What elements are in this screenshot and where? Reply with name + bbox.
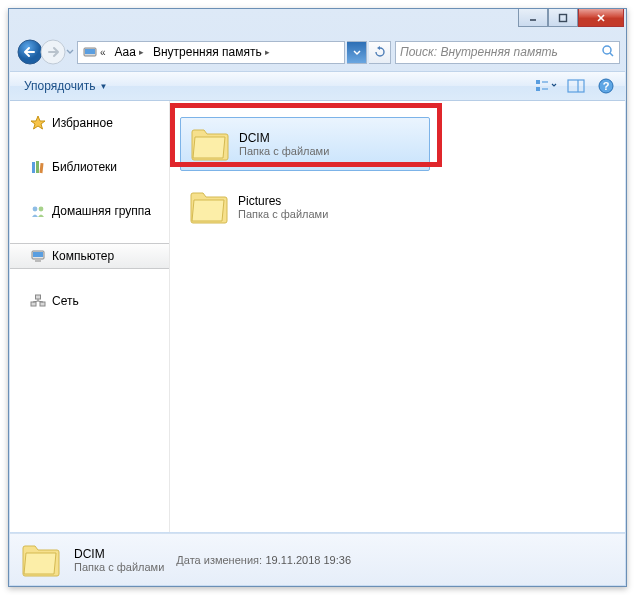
- svg-rect-7: [85, 49, 95, 54]
- folder-content[interactable]: DCIM Папка с файлами Pictures Папка с фа…: [170, 101, 625, 532]
- svg-rect-26: [31, 302, 36, 306]
- sidebar-item-favorites[interactable]: Избранное: [10, 111, 169, 135]
- sidebar-label: Библиотеки: [52, 160, 117, 174]
- maximize-button[interactable]: [548, 9, 578, 27]
- navigation-sidebar: Избранное Библиотеки Домашняя группа Ком…: [10, 101, 170, 532]
- folder-subtitle: Папка с файлами: [238, 208, 328, 220]
- computer-icon: [30, 248, 46, 264]
- sidebar-label: Избранное: [52, 116, 113, 130]
- svg-rect-11: [536, 87, 540, 91]
- breadcrumb-label: Внутренняя память: [153, 45, 262, 59]
- help-button[interactable]: ?: [595, 76, 617, 96]
- details-subtitle: Папка с файлами: [74, 561, 164, 573]
- preview-pane-button[interactable]: [565, 76, 587, 96]
- svg-point-8: [603, 46, 611, 54]
- folder-icon: [188, 187, 230, 227]
- chevron-right-icon: ▸: [265, 47, 270, 57]
- folder-subtitle: Папка с файлами: [239, 145, 329, 157]
- toolbar-right: ?: [535, 76, 617, 96]
- search-input[interactable]: Поиск: Внутренняя память: [395, 41, 620, 64]
- sidebar-item-homegroup[interactable]: Домашняя группа: [10, 199, 169, 223]
- view-options-button[interactable]: [535, 76, 557, 96]
- breadcrumb-item[interactable]: Aaa ▸: [111, 42, 149, 63]
- svg-rect-19: [36, 161, 39, 173]
- sidebar-label: Компьютер: [52, 249, 114, 263]
- chevron-down-icon: ▼: [99, 82, 107, 91]
- svg-point-21: [33, 207, 38, 212]
- homegroup-icon: [30, 203, 46, 219]
- svg-rect-25: [35, 260, 41, 262]
- sidebar-item-libraries[interactable]: Библиотеки: [10, 155, 169, 179]
- details-modified-value: 19.11.2018 19:36: [265, 554, 351, 566]
- svg-rect-10: [536, 80, 540, 84]
- svg-line-31: [38, 301, 43, 302]
- breadcrumb-label: Aaa: [115, 45, 136, 59]
- details-modified-label: Дата изменения:: [176, 554, 262, 566]
- svg-text:?: ?: [603, 80, 610, 92]
- breadcrumb-root[interactable]: «: [78, 42, 111, 63]
- details-pane: DCIM Папка с файлами Дата изменения: 19.…: [10, 533, 625, 585]
- folder-item-dcim[interactable]: DCIM Папка с файлами: [180, 117, 430, 171]
- folder-item-pictures[interactable]: Pictures Папка с файлами: [180, 181, 430, 233]
- search-icon: [601, 44, 615, 61]
- svg-rect-28: [36, 295, 41, 299]
- organize-button[interactable]: Упорядочить ▼: [18, 77, 113, 95]
- network-icon: [30, 293, 46, 309]
- libraries-icon: [30, 159, 46, 175]
- nav-buttons: [15, 37, 75, 67]
- organize-label: Упорядочить: [24, 79, 95, 93]
- svg-line-30: [33, 301, 38, 302]
- refresh-button[interactable]: [369, 41, 391, 64]
- svg-rect-14: [568, 80, 584, 92]
- sidebar-item-computer[interactable]: Компьютер: [10, 243, 169, 269]
- svg-rect-24: [33, 252, 43, 257]
- toolbar: Упорядочить ▼ ?: [10, 71, 625, 101]
- svg-rect-20: [39, 163, 43, 173]
- address-bar[interactable]: « Aaa ▸ Внутренняя память ▸: [77, 41, 345, 64]
- svg-point-22: [39, 207, 44, 212]
- minimize-button[interactable]: [518, 9, 548, 27]
- sidebar-item-network[interactable]: Сеть: [10, 289, 169, 313]
- chevron-right-icon: ▸: [139, 47, 144, 57]
- folder-name: Pictures: [238, 194, 328, 208]
- search-placeholder: Поиск: Внутренняя память: [400, 45, 558, 59]
- breadcrumb-item[interactable]: Внутренняя память ▸: [149, 42, 275, 63]
- svg-rect-1: [560, 14, 567, 21]
- svg-line-9: [610, 53, 613, 56]
- folder-name: DCIM: [239, 131, 329, 145]
- folder-icon: [189, 124, 231, 164]
- device-icon: [82, 45, 98, 59]
- sidebar-label: Сеть: [52, 294, 79, 308]
- star-icon: [30, 115, 46, 131]
- details-name: DCIM: [74, 547, 164, 561]
- client-area: Избранное Библиотеки Домашняя группа Ком…: [10, 101, 625, 532]
- chevron-double-icon: «: [100, 47, 104, 58]
- close-button[interactable]: [578, 9, 624, 27]
- titlebar[interactable]: [9, 9, 626, 37]
- folder-icon: [20, 540, 62, 580]
- address-dropdown-button[interactable]: [347, 41, 367, 64]
- navigation-row: « Aaa ▸ Внутренняя память ▸ Поиск: Внутр…: [15, 37, 620, 67]
- explorer-window: « Aaa ▸ Внутренняя память ▸ Поиск: Внутр…: [8, 8, 627, 587]
- refresh-icon: [374, 46, 386, 58]
- svg-rect-18: [32, 162, 35, 173]
- window-controls: [518, 9, 624, 27]
- svg-rect-27: [40, 302, 45, 306]
- sidebar-label: Домашняя группа: [52, 204, 151, 218]
